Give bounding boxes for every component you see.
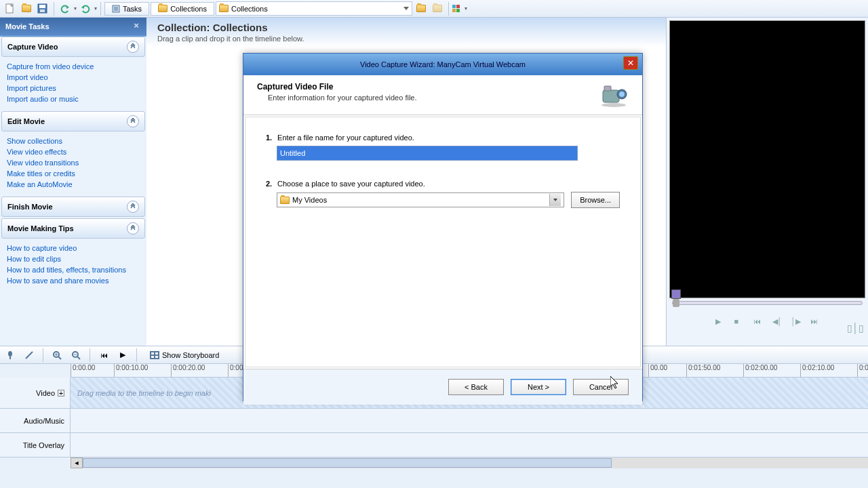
dialog-title: Video Capture Wizard: ManyCam Virtual We… (360, 60, 526, 68)
open-icon[interactable] (19, 1, 34, 16)
svg-line-16 (58, 357, 61, 359)
camcorder-icon (599, 82, 629, 108)
split-clip-icon[interactable]: ▯│▯ (847, 323, 864, 333)
sidebar-link[interactable]: Import video (7, 72, 140, 83)
undo-icon[interactable] (58, 1, 73, 16)
play-icon[interactable]: ▶ (715, 317, 725, 327)
back-button[interactable]: < Back (448, 379, 504, 395)
svg-rect-24 (155, 352, 158, 354)
sidebar-link[interactable]: View video effects (7, 146, 140, 157)
svg-line-14 (26, 352, 33, 359)
timeline-scrollbar[interactable] (71, 458, 868, 468)
next-button[interactable]: Next > (511, 379, 566, 395)
collection-title: Collection: Collections (157, 22, 655, 33)
new-folder-icon[interactable] (430, 1, 445, 16)
audio-levels-icon[interactable] (22, 348, 37, 363)
step-fwd-icon[interactable]: │▶ (791, 317, 801, 327)
view-icon[interactable]: ▾ (452, 1, 467, 16)
video-track-label: Video (36, 389, 55, 397)
new-project-icon[interactable] (3, 1, 18, 16)
dialog-close-button[interactable]: ✕ (623, 56, 638, 70)
show-storyboard-label: Show Storyboard (162, 351, 219, 359)
tasks-tab[interactable]: Tasks (104, 2, 149, 16)
prev-icon[interactable]: ⏮ (753, 317, 763, 327)
ruler-tick: 0:02:10.00 (800, 364, 857, 377)
rewind-timeline-icon[interactable]: ⏮ (96, 348, 111, 363)
title-track-label: Title Overlay (23, 441, 64, 449)
up-folder-icon[interactable] (414, 1, 429, 16)
sidebar-link[interactable]: Make titles or credits (7, 168, 140, 179)
sidebar-header: Movie Tasks × (0, 18, 146, 35)
sidebar-link[interactable]: Capture from video device (7, 61, 140, 72)
sidebar-link[interactable]: How to save and share movies (7, 275, 140, 286)
section-head-3[interactable]: Movie Making Tips (1, 218, 145, 239)
sidebar-close-icon[interactable]: × (132, 22, 141, 31)
save-location-value: My Videos (292, 196, 327, 204)
collections-tab-label: Collections (170, 5, 207, 13)
zoom-in-icon[interactable] (50, 348, 64, 363)
svg-rect-25 (151, 356, 154, 358)
chevron-up-icon[interactable] (127, 201, 139, 213)
cancel-button[interactable]: Cancel (573, 379, 629, 395)
sidebar-link[interactable]: Show collections (7, 136, 140, 146)
section-head-2[interactable]: Finish Movie (1, 197, 145, 217)
svg-rect-26 (155, 356, 158, 358)
svg-rect-23 (151, 352, 154, 354)
stop-icon[interactable]: ■ (734, 317, 744, 327)
preview-overlay-icon[interactable] (671, 289, 681, 299)
step2-label: Choose a place to save your captured vid… (277, 180, 425, 188)
sidebar-link[interactable]: Import pictures (7, 83, 140, 94)
sidebar-link[interactable]: How to add titles, effects, transitions (7, 264, 140, 275)
svg-rect-3 (40, 9, 45, 12)
save-location-select[interactable]: My Videos (277, 192, 564, 207)
save-icon[interactable] (35, 1, 50, 16)
browse-button[interactable]: Browse... (571, 192, 620, 208)
svg-rect-8 (452, 5, 456, 8)
step-back-icon[interactable]: ◀│ (772, 317, 782, 327)
narrate-icon[interactable] (3, 348, 18, 363)
main-toolbar: ▾ ▾ Tasks Collections Collections ▾ (0, 0, 868, 18)
sidebar-link[interactable]: View video transitions (7, 157, 140, 168)
tasks-tab-label: Tasks (123, 5, 142, 13)
svg-rect-22 (150, 351, 159, 359)
ruler-tick: 0:01:50.00 (686, 364, 743, 377)
preview-video (669, 20, 865, 298)
chevron-up-icon[interactable] (127, 115, 139, 127)
collections-select[interactable]: Collections (216, 1, 412, 16)
ruler-tick: 0:02:2 (857, 364, 868, 377)
collections-tab[interactable]: Collections (151, 2, 214, 16)
svg-rect-9 (456, 5, 460, 8)
ruler-tick: 0:00:10.00 (114, 364, 171, 377)
sidebar-link[interactable]: Import audio or music (7, 94, 140, 104)
svg-rect-28 (603, 90, 619, 102)
svg-rect-10 (452, 9, 456, 12)
preview-seek-slider[interactable] (672, 301, 863, 305)
audio-track[interactable]: Audio/Music (0, 409, 868, 433)
dialog-header-title: Captured Video File (257, 82, 417, 92)
dialog-titlebar[interactable]: Video Capture Wizard: ManyCam Virtual We… (243, 54, 642, 75)
sidebar-link[interactable]: How to edit clips (7, 253, 140, 264)
section-head-1[interactable]: Edit Movie (1, 111, 145, 131)
preview-panel: ▶ ■ ⏮ ◀│ │▶ ⏭ ▯│▯ (666, 18, 868, 346)
sidebar-link[interactable]: How to capture video (7, 243, 140, 253)
title-track[interactable]: Title Overlay (0, 433, 868, 458)
svg-point-12 (8, 351, 12, 357)
audio-track-label: Audio/Music (24, 417, 64, 425)
svg-rect-2 (39, 5, 45, 8)
expand-track-icon[interactable]: + (58, 390, 64, 396)
redo-icon[interactable] (78, 1, 93, 16)
ruler-tick: 0:02:00.00 (743, 364, 800, 377)
chevron-up-icon[interactable] (127, 222, 139, 235)
show-storyboard-button[interactable]: Show Storyboard (143, 349, 226, 361)
step1-label: Enter a file name for your captured vide… (277, 134, 414, 142)
play-timeline-icon[interactable]: ▶ (115, 348, 130, 363)
svg-rect-11 (456, 9, 460, 12)
zoom-out-icon[interactable] (68, 348, 83, 363)
next-icon[interactable]: ⏭ (810, 317, 820, 327)
collection-subtitle: Drag a clip and drop it on the timeline … (157, 35, 655, 43)
chevron-up-icon[interactable] (127, 41, 139, 53)
filename-input[interactable] (277, 146, 578, 161)
section-head-0[interactable]: Capture Video (1, 37, 145, 57)
sidebar-link[interactable]: Make an AutoMovie (7, 179, 140, 190)
step2-number: 2. (266, 180, 275, 188)
